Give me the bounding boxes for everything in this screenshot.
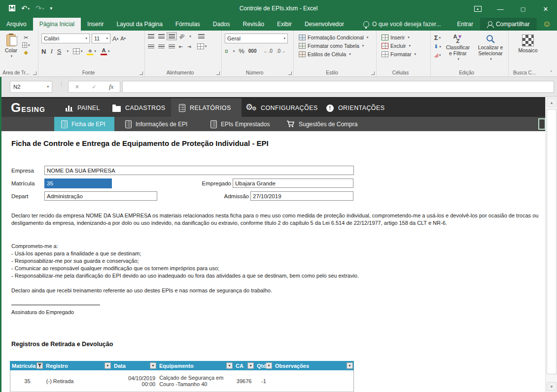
nav-item-orientacoes[interactable]: ! ORIENTAÇÕES <box>326 98 384 118</box>
format-as-table-button[interactable]: Formatar como Tabela▾ <box>299 43 374 49</box>
formula-bar-splitter[interactable]: ⋮ <box>59 83 64 85</box>
orientation-icon[interactable]: ab <box>178 33 186 40</box>
subtab-ficha-de-epi[interactable]: Ficha de EPI <box>54 117 114 131</box>
alignment-dialog-launcher[interactable] <box>216 71 220 75</box>
depart-field[interactable]: Administração <box>44 191 157 201</box>
style-dialog-launcher[interactable] <box>371 71 375 75</box>
align-center-icon[interactable] <box>158 44 165 49</box>
sign-in-button[interactable]: Entrar <box>450 18 480 31</box>
font-color-icon[interactable]: A▾ <box>101 47 110 55</box>
name-box[interactable]: N2▾ <box>10 81 52 93</box>
format-painter-icon[interactable]: ◆ <box>22 49 30 56</box>
scroll-up-icon[interactable]: ▲ <box>547 98 557 107</box>
filter-dropdown-button[interactable]: ▼ <box>226 362 233 369</box>
align-left-icon[interactable] <box>148 44 154 49</box>
filter-applied-button[interactable] <box>36 362 43 369</box>
merge-center-icon[interactable]: ▾ <box>197 43 207 49</box>
increase-indent-icon[interactable]: ⇥ <box>187 44 191 49</box>
number-format-select[interactable]: Geral▾ <box>225 34 288 43</box>
find-select-button[interactable]: Localizar e Selecionar▾ <box>475 34 506 62</box>
vertical-scrollbar[interactable]: ▲ ▼ <box>545 97 557 392</box>
tab-pagina-inicial[interactable]: Página Inicial <box>33 18 81 31</box>
filter-dropdown-button[interactable]: ▼ <box>247 362 254 369</box>
tab-formulas[interactable]: Fórmulas <box>169 18 207 31</box>
tab-arquivo[interactable]: Arquivo <box>0 18 33 31</box>
bold-button[interactable]: N <box>41 48 46 55</box>
underline-button[interactable]: S <box>57 48 62 55</box>
cell-styles-button[interactable]: Estilos de Célula▾ <box>299 51 374 57</box>
close-button[interactable]: ✕ <box>534 0 557 18</box>
tab-desenvolvedor[interactable]: Desenvolvedor <box>298 18 350 31</box>
scrollbar-thumb[interactable] <box>547 109 557 374</box>
tab-revisao[interactable]: Revisão <box>237 18 271 31</box>
tab-layout-da-pagina[interactable]: Layout da Página <box>110 18 169 31</box>
conditional-formatting-button[interactable]: Formatação Condicional▾ <box>299 35 374 40</box>
maximize-button[interactable]: ▢ <box>512 0 534 18</box>
subtab-sugestoes-de-compra[interactable]: Sugestões de Compra <box>279 117 364 131</box>
filter-dropdown-button[interactable]: ▼ <box>347 362 353 369</box>
decrease-decimal-icon[interactable]: .0→ <box>277 48 285 54</box>
insert-function-icon[interactable]: fx <box>109 83 113 91</box>
feedback-smiley-icon[interactable]: ☺ <box>537 18 557 31</box>
nav-item-relatorios[interactable]: RELATÓRIOS <box>179 98 231 118</box>
accounting-format-icon[interactable]: ¤ <box>225 48 228 55</box>
clipboard-dialog-launcher[interactable] <box>33 71 36 75</box>
borders-icon[interactable]: ▾ <box>73 48 83 54</box>
tab-inserir[interactable]: Inserir <box>81 18 110 31</box>
empregado-field[interactable]: Ubajara Grande <box>233 178 353 188</box>
tab-exibir[interactable]: Exibir <box>271 18 298 31</box>
sort-filter-button[interactable]: A▼Z Classificar e Filtrar▾ <box>443 34 473 62</box>
wrap-text-icon[interactable] <box>198 34 205 38</box>
filter-dropdown-button[interactable]: ▼ <box>150 362 156 369</box>
active-cell-marker[interactable] <box>538 118 546 130</box>
autosum-icon[interactable]: Σ▾ <box>434 34 441 41</box>
fill-icon[interactable]: ⬇▾ <box>434 43 441 50</box>
comma-style-icon[interactable]: 000 <box>248 48 257 54</box>
filter-dropdown-button[interactable]: ▼ <box>104 362 111 369</box>
collapse-ribbon-icon[interactable]: ⌃ <box>549 70 553 75</box>
subtab-informacoes-de-epi[interactable]: Informações de EPI <box>118 117 194 131</box>
align-bottom-icon[interactable] <box>169 34 175 38</box>
group-search: Mosaico Busca C... <box>509 31 546 76</box>
paste-button[interactable]: Colar▾ <box>3 34 19 59</box>
font-size-select[interactable]: 11▾ <box>92 34 110 43</box>
nav-item-cadastros[interactable]: CADASTROS <box>112 98 165 118</box>
format-cells-button[interactable]: Formatar▾ <box>382 51 428 57</box>
align-top-icon[interactable] <box>148 34 154 38</box>
ribbon-display-options-icon[interactable]: ▴ <box>466 0 489 18</box>
matricula-field[interactable]: 35 <box>44 178 112 188</box>
copy-icon[interactable]: ▾ <box>22 42 30 48</box>
align-middle-icon[interactable] <box>158 34 165 38</box>
decrease-font-icon[interactable]: A▾ <box>120 36 126 41</box>
tab-dados[interactable]: Dados <box>207 18 237 31</box>
nav-item-painel[interactable]: PAINEL <box>66 98 100 118</box>
align-right-icon[interactable] <box>169 44 175 49</box>
font-name-select[interactable]: Calibri▾ <box>41 34 90 43</box>
formula-input[interactable] <box>122 81 554 93</box>
minimize-button[interactable]: — <box>489 0 512 18</box>
font-dialog-launcher[interactable] <box>139 71 143 75</box>
italic-button[interactable]: I <box>50 47 52 55</box>
increase-font-icon[interactable]: A▴ <box>112 35 118 42</box>
filter-dropdown-button[interactable]: ▼ <box>266 362 272 369</box>
insert-cells-button[interactable]: Inserir▾ <box>382 35 428 40</box>
share-button[interactable]: Compartilhar <box>480 18 537 31</box>
increase-decimal-icon[interactable]: ←.0 <box>263 48 272 54</box>
number-dialog-launcher[interactable] <box>288 71 292 75</box>
empresa-field[interactable]: NOME DA SUA EMPRESA <box>44 166 354 175</box>
subtab-epis-emprestados[interactable]: EPIs Emprestados <box>204 117 277 131</box>
fill-color-icon[interactable]: ◈▾ <box>87 47 96 55</box>
nav-item-configuracoes[interactable]: ⚙⚙ CONFIGURAÇÕES <box>246 98 318 118</box>
cancel-entry-icon[interactable]: ✕ <box>75 84 79 90</box>
admissao-field[interactable]: 27/10/2019 <box>250 191 353 201</box>
confirm-entry-icon[interactable]: ✓ <box>92 84 96 90</box>
percent-style-icon[interactable]: % <box>239 47 244 55</box>
clear-icon[interactable]: ◢▾ <box>434 52 441 58</box>
decrease-indent-icon[interactable]: ⇤ <box>179 44 183 49</box>
col-observacoes: Observações ▼ <box>273 361 354 370</box>
tell-me-search[interactable]: O que você deseja fazer... <box>363 18 441 31</box>
delete-cells-button[interactable]: Excluir▾ <box>382 43 428 49</box>
scroll-down-icon[interactable]: ▼ <box>547 382 557 391</box>
cut-icon[interactable]: ✂ <box>22 35 30 41</box>
mosaico-button[interactable]: Mosaico <box>512 34 544 54</box>
